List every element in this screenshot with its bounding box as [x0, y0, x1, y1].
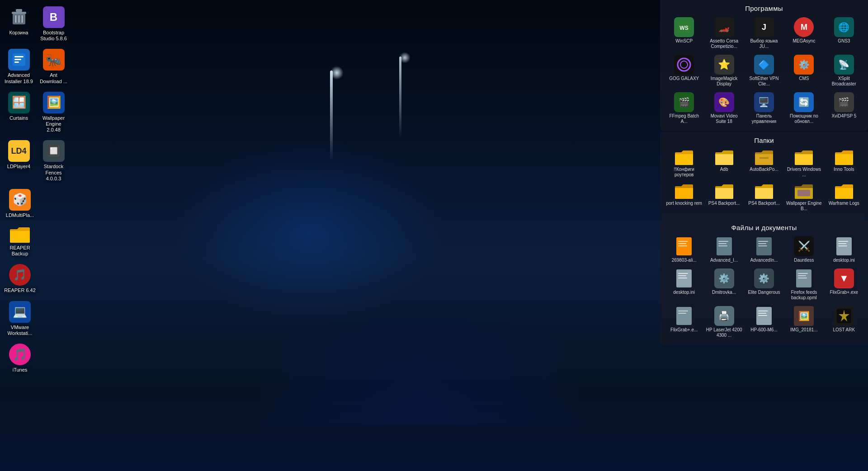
panel-icon-xsplit[interactable]: 📡 XSplit Broadcaster	[825, 52, 863, 89]
desktop-icon-vmware[interactable]: 💻 VMware Workstati...	[2, 298, 38, 339]
panel-icon-img-20181[interactable]: 🖼️ IMG_20181...	[784, 304, 823, 340]
panel-icon-advancedin[interactable]: AdvancedIn...	[745, 234, 783, 265]
svg-rect-27	[758, 245, 767, 246]
svg-rect-14	[760, 157, 769, 159]
panel-icon-ps4-backport1[interactable]: PS4 Backport...	[704, 181, 743, 214]
panel-icon-megasync[interactable]: M MEGAsync	[784, 15, 823, 52]
panel-icon-label: 269803-ali...	[672, 258, 697, 263]
panel-icon-cms[interactable]: ⚙️ CMS	[784, 52, 823, 89]
svg-rect-34	[678, 275, 686, 276]
panel-icon-gog[interactable]: GOG GALAXY	[665, 52, 703, 89]
panel-icon-269803[interactable]: 269803-ali...	[665, 234, 703, 265]
panel-icon-label: FlixGrab+.exe	[830, 290, 859, 295]
panel-icon-softether[interactable]: 🔷 SoftEther VPN Clie...	[745, 52, 783, 89]
panel-icon-hp-600[interactable]: HP-600-M6...	[745, 304, 783, 340]
desktop-icon-recycle-bin[interactable]: Корзина	[2, 4, 36, 44]
panel-icon-dauntless[interactable]: ⚔️ Dauntless	[784, 234, 823, 265]
desktop-icon-label: LDMultiPla...	[6, 212, 34, 218]
svg-rect-45	[758, 313, 766, 314]
panel-icon-wybor-yazyka[interactable]: J Выбор языка JU...	[745, 15, 783, 52]
panel-icon-dmitrovka[interactable]: ⚙️ Dmitrovka...	[704, 266, 743, 303]
panel-icon-label: HP LaserJet 4200 4300 ...	[705, 327, 742, 338]
desktop-icon-reaper[interactable]: 🎵 REAPER 6.42	[2, 261, 38, 296]
files-grid: 269803-ali... Advanced_I... AdvancedIn..…	[665, 234, 863, 340]
panel-icon-label: LOST ARK	[833, 327, 855, 333]
svg-rect-31	[838, 245, 847, 246]
panel-icon-lost-ark[interactable]: LOST ARK	[825, 304, 863, 340]
panel-icon-label: MEGAsync	[793, 38, 815, 44]
desktop-icon-label: Корзина	[9, 30, 28, 36]
panel-icon-gns3[interactable]: 🌐 GNS3	[825, 15, 863, 52]
panel-icon-flixgrab-exe1[interactable]: ▼ FlixGrab+.exe	[825, 266, 863, 303]
panel-icon-label: port knocking rem	[666, 201, 702, 206]
desktop-icon-label: Bootstrap Studio 5.8.6	[38, 30, 69, 42]
desktop-icon-stardock[interactable]: 🔲 Stardock Fences 4.0.0.3	[37, 137, 71, 184]
svg-rect-25	[758, 241, 768, 242]
desktop-icon-bootstrap[interactable]: B Bootstrap Studio 5.8.6	[37, 4, 71, 44]
desktop-icon-itunes[interactable]: 🎵 iTunes	[2, 341, 38, 376]
panel-icon-label: PS4 Backport...	[748, 201, 779, 206]
panel-icon-pomoshnik[interactable]: 🔄 Помощник по обновл...	[784, 90, 823, 127]
desktop-icon-label: iTunes	[13, 367, 28, 373]
svg-rect-29	[838, 241, 848, 242]
desktop-icon-label: LDPlayer4	[7, 164, 30, 170]
panel-icon-label: AdvancedIn...	[750, 258, 778, 263]
panel-icon-desktop-ini-1[interactable]: desktop.ini	[825, 234, 863, 265]
panel-icon-inno-tools[interactable]: Inno Tools	[825, 147, 863, 180]
svg-rect-21	[718, 241, 728, 242]
panel-icon-winscp[interactable]: WS WinSCP	[665, 15, 703, 52]
svg-rect-42	[678, 313, 686, 314]
panel-icon-wallpaper-engine-b[interactable]: Wallpaper Engine B...	[784, 181, 823, 214]
panel-icon-label: desktop.ini	[673, 290, 695, 295]
panel-icon-imagemagick[interactable]: ⭐ ImageMagick Display	[704, 52, 743, 89]
panel-icon-label: Drivers Windows ...	[785, 167, 822, 178]
panel-icon-movavi[interactable]: 🎨 Movavi Video Suite 18	[704, 90, 743, 127]
panel-icon-firefox-feeds[interactable]: Firefox feeds backup.opml	[784, 266, 823, 303]
desktop-icon-ant-download[interactable]: 🐜 Ant Download ...	[37, 46, 71, 87]
panel-icon-label: IMG_20181...	[790, 327, 818, 333]
panel-icon-adb[interactable]: Adb	[704, 147, 743, 180]
svg-rect-1	[12, 12, 26, 14]
desktop-icon-label: Ant Download ...	[38, 72, 69, 84]
panel-icon-port-knocking[interactable]: port knocking rem	[665, 181, 703, 214]
desktop-icon-advanced-installer[interactable]: Advanced Installer 18.9	[2, 46, 36, 87]
panel-icon-xvid4psp[interactable]: 🎬 XviD4PSP 5	[825, 90, 863, 127]
panel-icon-autobackpo[interactable]: AutoBackPo...	[745, 147, 783, 180]
desktop-icon-label: Curtains	[9, 115, 28, 121]
panel-icon-ffmpeg[interactable]: 🎬 FFmpeg Batch A...	[665, 90, 703, 127]
panel-icon-hp-laserjet[interactable]: 🖨️ HP LaserJet 4200 4300 ...	[704, 304, 743, 340]
panel-icon-label: PS4 Backport...	[708, 201, 740, 206]
panel-icon-label: Выбор языка JU...	[745, 38, 783, 49]
folders-panel-title: Папки	[665, 135, 863, 147]
svg-rect-8	[14, 59, 21, 60]
panel-icon-label: FlixGrab+.e...	[670, 327, 698, 333]
desktop-icon-wallpaper-engine[interactable]: 🖼️ Wallpaper Engine 2.0.48	[37, 89, 71, 136]
panel-icon-label: Панель управления	[745, 113, 783, 124]
panel-icon-control-panel[interactable]: 🖥️ Панель управления	[745, 90, 783, 127]
svg-rect-17	[678, 241, 688, 242]
panel-icon-label: Dauntless	[794, 258, 814, 263]
panel-icon-label: Adb	[720, 167, 728, 172]
panel-icon-konfig[interactable]: !!Конфиги роутеров	[665, 147, 703, 180]
svg-rect-40	[676, 307, 692, 325]
panel-icon-label: Wallpaper Engine B...	[785, 201, 822, 212]
panel-icon-flixgrab-doc[interactable]: FlixGrab+.e...	[665, 304, 703, 340]
desktop-icon-curtains[interactable]: 🪟 Curtains	[2, 89, 36, 136]
panel-icon-label: Advanced_I...	[710, 258, 738, 263]
panel-icon-desktop-ini-2[interactable]: desktop.ini	[665, 266, 703, 303]
desktop-icon-reaper-backup[interactable]: REAPER Backup	[2, 223, 38, 259]
programs-panel-title: Программы	[665, 3, 863, 15]
svg-point-13	[680, 61, 688, 68]
desktop-icon-ldplayer[interactable]: LD4 LDPlayer4	[2, 137, 36, 184]
desktop-icon-ldmultiplayer[interactable]: 🎲 LDMultiPla...	[2, 186, 38, 221]
panel-icon-assetto[interactable]: 🏎️ Assetto Corsa Competizio...	[704, 15, 743, 52]
desktop-icon-label: REAPER 6.42	[4, 287, 36, 293]
panel-icon-drivers-windows[interactable]: Drivers Windows ...	[784, 147, 823, 180]
panel-icon-advanced-i[interactable]: Advanced_I...	[704, 234, 743, 265]
panel-icon-label: desktop.ini	[833, 258, 855, 263]
panel-icon-ps4-backport2[interactable]: PS4 Backport...	[745, 181, 783, 214]
panel-icon-elite-dangerous[interactable]: ⚙️ Elite Dangerous	[745, 266, 783, 303]
panel-icon-warframe-logs[interactable]: Warframe Logs	[825, 181, 863, 214]
desktop-icon-label: VMware Workstati...	[4, 325, 36, 336]
folders-grid: !!Конфиги роутеров Adb AutoBackPo...	[665, 147, 863, 214]
